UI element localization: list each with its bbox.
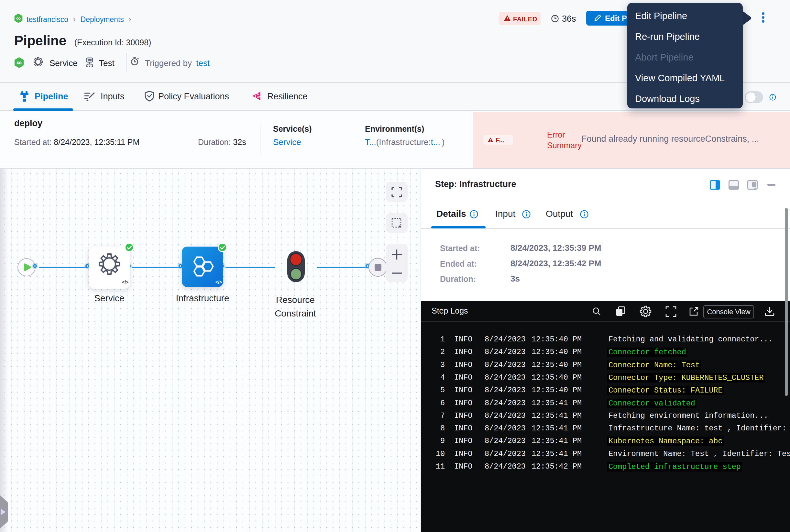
svg-text:∞: ∞	[16, 15, 21, 22]
svg-text:∞: ∞	[17, 58, 22, 66]
